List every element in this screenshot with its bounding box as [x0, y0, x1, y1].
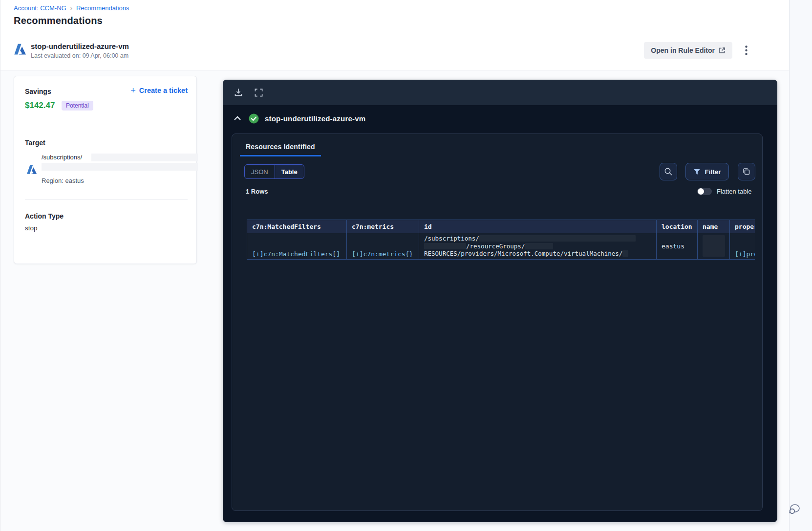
filter-icon	[693, 168, 701, 176]
right-gutter	[789, 0, 812, 531]
search-button[interactable]	[660, 163, 677, 180]
action-type-value: stop	[25, 224, 38, 232]
column-header-name: name	[698, 220, 730, 233]
tab-resources-identified[interactable]: Resources Identified	[240, 138, 321, 156]
kebab-icon	[745, 45, 748, 55]
create-ticket-button[interactable]: + Create a ticket	[130, 87, 188, 94]
savings-label: Savings	[25, 88, 51, 95]
column-header-location: location	[657, 220, 698, 233]
target-region: Region: eastus	[42, 177, 84, 184]
open-in-rule-editor-label: Open in Rule Editor	[651, 46, 715, 54]
filter-button[interactable]: Filter	[685, 163, 729, 180]
table-row: [+]c7n:MatchedFilters[] [+]c7n:metrics{}…	[247, 233, 755, 260]
breadcrumb-recommendations-link[interactable]: Recommendations	[76, 4, 129, 12]
recommendations-page: Account: CCM-NG › Recommendations Recomm…	[0, 0, 812, 531]
rule-header: stop-underutilized-azure-vm Last evaluat…	[0, 35, 789, 70]
plus-icon: +	[130, 87, 136, 94]
resources-identified-section: Resources Identified JSON Table Filter	[232, 133, 763, 511]
id-line-2: /resourceGroups/	[466, 243, 525, 250]
azure-icon	[14, 43, 26, 56]
flatten-table-label: Flatten table	[717, 188, 752, 195]
rule-result-header: stop-underutilized-azure-vm	[223, 111, 777, 126]
fullscreen-icon	[254, 88, 263, 97]
column-header-matched-filters: c7n:MatchedFilters	[247, 220, 347, 233]
redacted-value	[703, 235, 725, 257]
chat-help-button[interactable]	[786, 499, 806, 518]
redacted-value	[525, 243, 553, 249]
resources-table-wrapper[interactable]: c7n:MatchedFilters c7n:metrics id locati…	[247, 220, 755, 269]
top-bar: Account: CCM-NG › Recommendations Recomm…	[0, 0, 789, 34]
breadcrumb-separator: ›	[70, 4, 72, 12]
breadcrumb: Account: CCM-NG › Recommendations	[14, 4, 129, 12]
view-table-button[interactable]: Table	[275, 165, 304, 178]
rule-name: stop-underutilized-azure-vm	[31, 42, 129, 50]
chat-bubbles-icon	[786, 500, 804, 517]
cell-name	[698, 233, 730, 260]
divider	[25, 123, 188, 123]
copy-icon	[742, 167, 751, 176]
redacted-value	[622, 250, 628, 257]
recommendation-summary-card: Savings + Create a ticket $142.47 Potent…	[14, 76, 197, 264]
view-mode-toggle: JSON Table	[244, 164, 304, 179]
page-title: Recommendations	[14, 15, 103, 26]
redacted-value	[91, 154, 198, 161]
azure-icon	[26, 164, 37, 175]
column-header-id: id	[419, 220, 657, 233]
copy-button[interactable]	[738, 163, 755, 180]
id-line-3: RESOURCES/providers/Microsoft.Compute/vi…	[424, 250, 622, 258]
table-header-row: c7n:MatchedFilters c7n:metrics id locati…	[247, 220, 755, 233]
evaluation-results-panel: stop-underutilized-azure-vm Resources Id…	[223, 80, 777, 522]
chevron-up-icon	[234, 116, 241, 121]
cell-properties-expander[interactable]: [+]properties{}	[730, 233, 755, 260]
download-icon	[234, 88, 243, 97]
column-header-metrics: c7n:metrics	[347, 220, 419, 233]
rule-result-title: stop-underutilized-azure-vm	[265, 114, 365, 123]
more-options-button[interactable]	[740, 44, 752, 56]
filter-label: Filter	[705, 168, 721, 176]
redacted-value	[42, 163, 198, 171]
external-link-icon	[719, 47, 726, 54]
breadcrumb-account-link[interactable]: Account: CCM-NG	[14, 4, 66, 12]
savings-amount: $142.47	[25, 101, 55, 111]
toggle-knob	[698, 188, 704, 195]
cell-id: /subscriptions/ /resourceGroups/ RESOURC…	[419, 233, 657, 260]
collapse-button[interactable]	[234, 113, 243, 123]
view-json-button[interactable]: JSON	[245, 165, 275, 178]
fullscreen-button[interactable]	[254, 87, 266, 98]
id-line-1: /subscriptions/	[424, 235, 479, 243]
divider	[25, 199, 188, 200]
rows-count: 1 Rows	[246, 188, 268, 195]
success-check-icon	[249, 113, 259, 124]
download-button[interactable]	[234, 87, 245, 98]
open-in-rule-editor-button[interactable]: Open in Rule Editor	[644, 42, 732, 59]
flatten-table-toggle[interactable]	[697, 188, 712, 195]
create-ticket-label: Create a ticket	[139, 87, 188, 94]
column-header-properties: properties	[730, 220, 755, 233]
target-path: /subscriptions/	[42, 154, 82, 161]
results-toolbar	[223, 80, 777, 105]
cell-location: eastus	[657, 233, 698, 260]
potential-badge: Potential	[62, 101, 93, 111]
search-icon	[664, 167, 673, 176]
cell-metrics-expander[interactable]: [+]c7n:metrics{}	[347, 233, 419, 260]
action-type-label: Action Type	[25, 212, 64, 220]
rule-last-evaluated: Last evaluated on: 09 Apr, 06:00 am	[31, 52, 128, 59]
redacted-value	[479, 235, 636, 242]
redacted-value	[424, 243, 466, 249]
cell-matched-filters-expander[interactable]: [+]c7n:MatchedFilters[]	[247, 233, 347, 260]
target-label: Target	[25, 139, 45, 147]
resources-table: c7n:MatchedFilters c7n:metrics id locati…	[247, 220, 755, 260]
